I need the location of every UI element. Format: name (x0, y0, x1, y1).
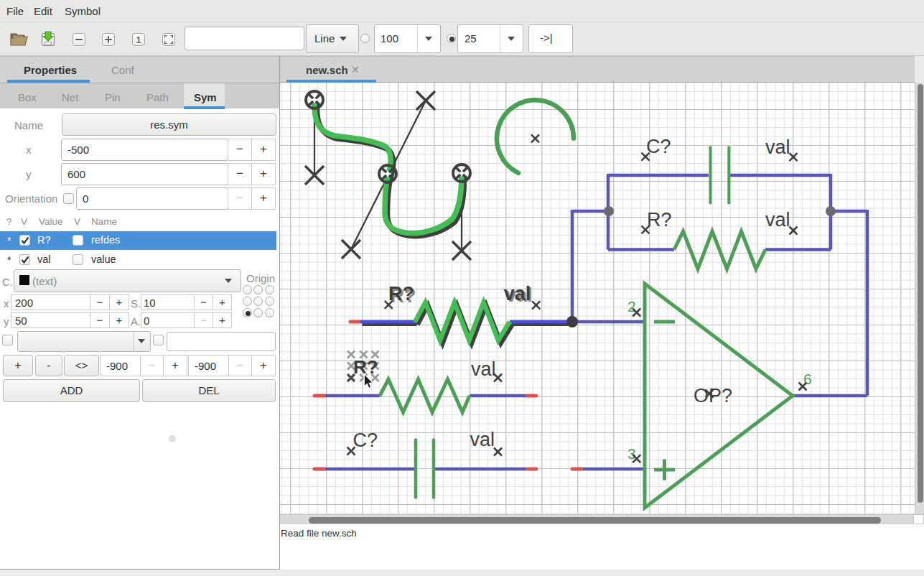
svg-text:C?: C? (353, 429, 378, 451)
svg-text:OP?: OP? (694, 385, 732, 407)
svg-text:val: val (504, 283, 531, 305)
svg-text:R?: R? (647, 209, 672, 231)
svg-text:C?: C? (646, 136, 671, 157)
svg-text:val: val (765, 136, 790, 158)
svg-text:val: val (765, 209, 790, 231)
svg-text:2: 2 (627, 298, 636, 315)
svg-text:val: val (471, 358, 496, 380)
svg-text:R?: R? (353, 356, 378, 378)
svg-text:val: val (470, 429, 495, 450)
